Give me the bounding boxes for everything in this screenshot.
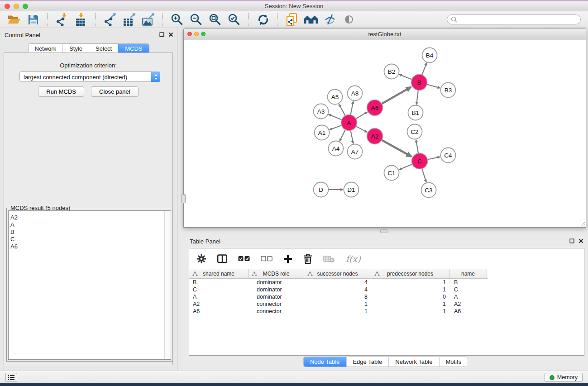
network-minimize-button[interactable] xyxy=(194,32,199,36)
table-cell[interactable]: 1 xyxy=(371,286,449,293)
column-header-shared-name[interactable]: shared name xyxy=(189,269,249,278)
refresh-layout-button[interactable] xyxy=(255,12,271,27)
table-cell[interactable]: 4 xyxy=(304,286,371,293)
table-cell[interactable]: A2 xyxy=(449,301,487,307)
show-panels-menu-button[interactable] xyxy=(5,373,17,382)
table-row[interactable]: Cdominator41C xyxy=(189,286,584,293)
zoom-fit-button[interactable] xyxy=(207,12,223,27)
table-cell[interactable]: 8 xyxy=(304,294,371,300)
graph-edge-C-C3[interactable] xyxy=(422,169,426,182)
mcds-result-item[interactable]: B xyxy=(10,229,171,236)
open-file-button[interactable] xyxy=(6,12,22,27)
create-column-button[interactable] xyxy=(283,254,292,263)
float-panel-button[interactable] xyxy=(159,32,164,37)
close-window-button[interactable] xyxy=(5,4,10,9)
table-row[interactable]: Adominator80A xyxy=(189,293,584,300)
select-all-columns-button[interactable] xyxy=(238,256,250,262)
export-network-button[interactable] xyxy=(102,12,118,27)
toggle-graphics-details-button[interactable] xyxy=(322,12,338,27)
close-panel-button[interactable] xyxy=(168,32,173,37)
show-columns-button[interactable] xyxy=(217,254,227,263)
column-header-mcds-role[interactable]: MCDS role xyxy=(249,269,304,278)
export-table-button[interactable] xyxy=(121,12,137,27)
maximize-window-button[interactable] xyxy=(23,4,28,9)
float-table-panel-button[interactable] xyxy=(569,238,574,243)
resize-grip-icon[interactable] xyxy=(579,220,585,227)
table-cell[interactable]: B xyxy=(189,279,249,286)
search-input[interactable] xyxy=(459,16,580,24)
export-image-button[interactable] xyxy=(140,12,156,27)
show-hide-button[interactable] xyxy=(341,12,357,27)
close-table-panel-button[interactable] xyxy=(578,238,583,243)
table-cell[interactable]: B xyxy=(449,279,487,286)
mcds-result-item[interactable]: C xyxy=(10,236,171,243)
graph-edge-A-A3[interactable] xyxy=(329,114,342,120)
import-network-button[interactable] xyxy=(54,12,70,27)
delete-row-trash-button[interactable] xyxy=(303,254,312,264)
network-graph[interactable]: B4B2BB3A5A8A6A3B1AA1C2A2A4A7C4CC1C3DD1 xyxy=(184,40,586,227)
table-settings-gear-button[interactable] xyxy=(196,254,206,264)
zoom-selected-button[interactable] xyxy=(226,12,242,27)
mcds-result-item[interactable]: A6 xyxy=(10,243,171,250)
tab-mcds[interactable]: MCDS xyxy=(118,44,148,53)
table-cell[interactable]: 4 xyxy=(304,279,371,286)
table-cell[interactable]: 0 xyxy=(371,294,449,300)
tab-network[interactable]: Network xyxy=(28,44,62,53)
graph-edge-A-A7[interactable] xyxy=(350,130,353,143)
graph-edge-C-C1[interactable] xyxy=(399,164,412,170)
criterion-dropdown[interactable]: largest connected component (directed) xyxy=(19,71,160,82)
graph-edge-C-C2[interactable] xyxy=(416,140,418,153)
graph-edge-A-A2[interactable] xyxy=(356,126,367,132)
graph-edge-A-A5[interactable] xyxy=(339,104,345,116)
table-cell[interactable]: dominator xyxy=(249,279,304,286)
graph-edge-B-B2[interactable] xyxy=(399,75,412,80)
import-table-button[interactable] xyxy=(73,12,89,27)
graph-edge-A-A1[interactable] xyxy=(330,125,342,130)
table-cell[interactable]: dominator xyxy=(249,294,304,300)
table-cell[interactable]: dominator xyxy=(249,286,304,293)
close-panel-button-mcds[interactable]: Close panel xyxy=(91,86,139,97)
graph-edge-B-B3[interactable] xyxy=(427,84,440,88)
clone-network-button[interactable] xyxy=(284,12,300,27)
table-tab-motifs[interactable]: Motifs xyxy=(439,357,468,367)
table-cell[interactable]: C xyxy=(449,286,487,293)
table-cell[interactable]: connector xyxy=(249,301,304,307)
graph-edge-B-B4[interactable] xyxy=(422,63,426,75)
deselect-all-columns-button[interactable] xyxy=(261,256,272,262)
graph-edge-C-C4[interactable] xyxy=(427,157,440,160)
memory-button[interactable]: Memory xyxy=(545,373,583,382)
table-cell[interactable]: 1 xyxy=(371,308,449,315)
search-field[interactable] xyxy=(447,14,581,24)
graph-edge-A-A4[interactable] xyxy=(339,130,345,141)
save-session-button[interactable] xyxy=(25,12,41,27)
dropdown-stepper[interactable] xyxy=(151,71,160,82)
graph-edge-A2-C[interactable] xyxy=(382,140,411,157)
table-row[interactable]: A6connector11A6 xyxy=(189,308,584,315)
table-cell[interactable]: 1 xyxy=(304,308,371,315)
tab-select[interactable]: Select xyxy=(89,44,118,53)
table-row[interactable]: Bdominator41B xyxy=(189,279,584,286)
table-tab-edge-table[interactable]: Edge Table xyxy=(346,357,388,367)
tab-style[interactable]: Style xyxy=(62,44,89,53)
graph-edge-A-A8[interactable] xyxy=(350,101,353,115)
table-cell[interactable]: connector xyxy=(249,308,304,315)
table-tab-node-table[interactable]: Node Table xyxy=(304,357,346,367)
table-cell[interactable]: 1 xyxy=(371,301,449,307)
table-cell[interactable]: 1 xyxy=(304,301,371,307)
table-cell[interactable]: 1 xyxy=(371,279,449,286)
column-header-successor-nodes[interactable]: successor nodes xyxy=(304,269,371,278)
table-cell[interactable]: A xyxy=(449,294,487,300)
table-cell[interactable]: A6 xyxy=(189,308,249,315)
graph-edge-B-B1[interactable] xyxy=(416,90,418,105)
table-row[interactable]: A2connector11A2 xyxy=(189,300,584,308)
zoom-in-button[interactable] xyxy=(169,12,185,27)
panel-splitter-handle[interactable] xyxy=(182,194,186,203)
table-cell[interactable]: A xyxy=(189,294,249,300)
graph-edge-A6-B[interactable] xyxy=(382,87,411,104)
table-tab-network-table[interactable]: Network Table xyxy=(388,357,439,367)
network-overview-button[interactable] xyxy=(303,12,319,27)
table-cell[interactable]: C xyxy=(189,286,249,293)
run-mcds-button[interactable]: Run MCDS xyxy=(38,86,84,97)
minimize-window-button[interactable] xyxy=(14,4,19,9)
table-cell[interactable]: A2 xyxy=(189,301,249,307)
